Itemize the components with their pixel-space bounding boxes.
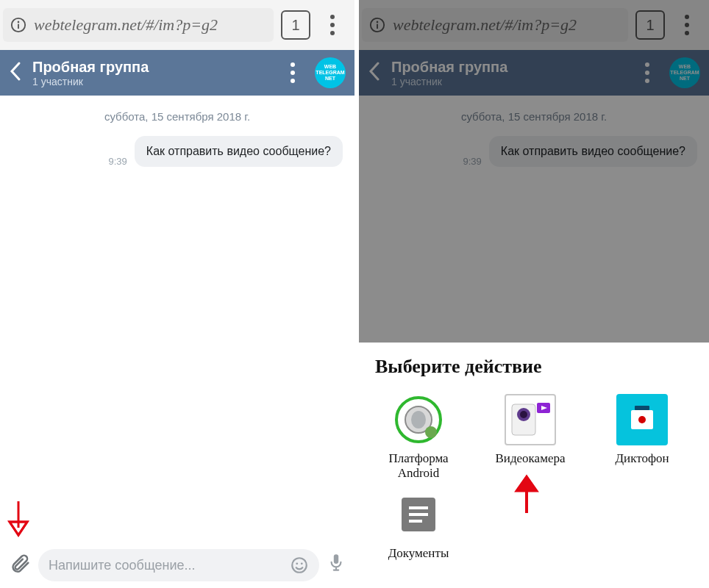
svg-rect-20: [635, 406, 649, 410]
info-icon: [369, 17, 385, 33]
message-row: 9:39 Как отправить видео сообщение?: [12, 136, 343, 167]
tab-switcher[interactable]: 1: [281, 10, 310, 40]
svg-rect-6: [334, 554, 338, 564]
attach-button[interactable]: [9, 553, 31, 578]
chat-body: суббота, 15 сентября 2018 г. 9:39 Как от…: [0, 96, 354, 174]
sheet-item-documents[interactable]: Документы: [375, 489, 462, 561]
sheet-item-android-platform[interactable]: Платформа Android: [375, 394, 462, 480]
message-bubble[interactable]: Как отправить видео сообщение?: [489, 136, 697, 167]
message-time: 9:39: [463, 156, 482, 167]
svg-point-19: [638, 416, 646, 423]
chat-title: Пробная группа: [391, 59, 625, 76]
chat-title-block[interactable]: Пробная группа 1 участник: [391, 59, 625, 87]
date-separator: суббота, 15 сентября 2018 г.: [12, 110, 343, 123]
chat-header: Пробная группа 1 участник WEB TELEGRAM N…: [359, 50, 709, 96]
svg-rect-24: [409, 520, 422, 523]
svg-point-5: [301, 562, 303, 564]
svg-point-3: [292, 558, 307, 573]
chat-title: Пробная группа: [32, 59, 271, 76]
android-platform-icon: [393, 394, 444, 445]
avatar[interactable]: WEB TELEGRAM NET: [669, 57, 700, 88]
annotation-arrow-attach: [6, 500, 31, 544]
info-icon: [10, 17, 26, 33]
left-screenshot: webtelegram.net/#/im?p=g2 1 Пробная груп…: [0, 0, 354, 588]
message-row: 9:39 Как отправить видео сообщение?: [371, 136, 697, 167]
chat-title-block[interactable]: Пробная группа 1 участник: [32, 59, 271, 87]
url-field[interactable]: webtelegram.net/#/im?p=g2: [362, 8, 628, 42]
message-time: 9:39: [109, 156, 127, 167]
sheet-item-label: Диктофон: [615, 451, 669, 466]
chat-menu-icon[interactable]: [278, 62, 307, 83]
svg-point-4: [296, 562, 298, 564]
svg-rect-2: [18, 24, 19, 29]
url-field[interactable]: webtelegram.net/#/im?p=g2: [3, 8, 274, 42]
svg-rect-23: [409, 513, 428, 516]
voice-recorder-icon: [616, 394, 668, 445]
action-sheet: Выберите действие Платформа Android Виде…: [359, 343, 709, 588]
voice-button[interactable]: [327, 553, 346, 578]
url-text: webtelegram.net/#/im?p=g2: [393, 15, 577, 35]
compose-field[interactable]: Напишите сообщение...: [38, 549, 319, 581]
message-bubble[interactable]: Как отправить видео сообщение?: [135, 136, 343, 167]
documents-icon: [393, 489, 444, 540]
svg-point-13: [425, 426, 437, 438]
browser-bar: webtelegram.net/#/im?p=g2 1: [0, 0, 354, 50]
emoji-icon[interactable]: [290, 556, 309, 575]
sheet-title: Выберите действие: [375, 356, 693, 378]
paperclip-icon: [9, 553, 31, 575]
chevron-left-icon: [9, 60, 24, 82]
sheet-item-label: Платформа Android: [375, 451, 462, 480]
video-camera-icon: [505, 394, 556, 445]
chat-body: суббота, 15 сентября 2018 г. 9:39 Как от…: [359, 96, 709, 174]
chat-subtitle: 1 участник: [391, 76, 625, 87]
compose-bar: Напишите сообщение...: [0, 542, 354, 588]
back-button[interactable]: [9, 60, 25, 85]
url-text: webtelegram.net/#/im?p=g2: [34, 15, 218, 35]
right-screenshot: webtelegram.net/#/im?p=g2 1 Пробная груп…: [354, 0, 709, 588]
compose-placeholder: Напишите сообщение...: [49, 558, 282, 573]
sheet-item-label: Видеокамера: [495, 451, 565, 466]
back-button[interactable]: [368, 60, 384, 85]
svg-point-16: [520, 411, 527, 418]
annotation-arrow-camera: [512, 473, 541, 516]
sheet-item-video-camera[interactable]: Видеокамера: [487, 394, 574, 480]
chat-subtitle: 1 участник: [32, 76, 271, 87]
tab-switcher[interactable]: 1: [635, 10, 665, 40]
svg-rect-9: [377, 24, 378, 29]
sheet-item-label: Документы: [388, 546, 449, 561]
browser-menu-icon[interactable]: [318, 15, 347, 35]
chevron-left-icon: [368, 60, 382, 82]
chat-menu-icon[interactable]: [633, 62, 662, 83]
svg-point-8: [377, 21, 379, 24]
sheet-item-voice-recorder[interactable]: Диктофон: [599, 394, 685, 480]
browser-bar: webtelegram.net/#/im?p=g2 1: [359, 0, 709, 50]
avatar[interactable]: WEB TELEGRAM NET: [315, 57, 346, 88]
microphone-icon: [327, 553, 346, 575]
svg-point-1: [18, 21, 20, 24]
browser-menu-icon[interactable]: [672, 15, 702, 35]
svg-point-12: [411, 411, 426, 429]
chat-header: Пробная группа 1 участник WEB TELEGRAM N…: [0, 50, 354, 96]
svg-rect-22: [409, 506, 428, 509]
date-separator: суббота, 15 сентября 2018 г.: [371, 110, 697, 123]
